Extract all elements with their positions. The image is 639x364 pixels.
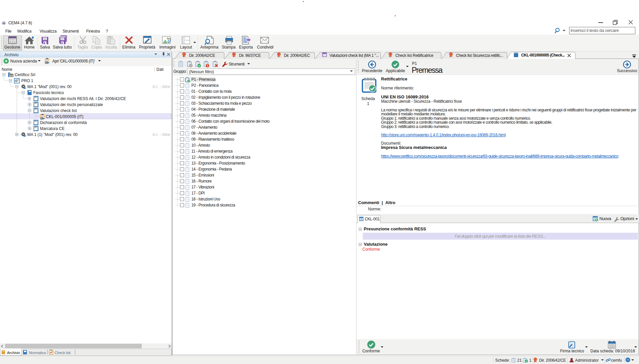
svg-text:IT: IT xyxy=(627,358,629,361)
svg-text:ce: ce xyxy=(3,22,5,24)
svg-text:?: ? xyxy=(190,64,192,67)
